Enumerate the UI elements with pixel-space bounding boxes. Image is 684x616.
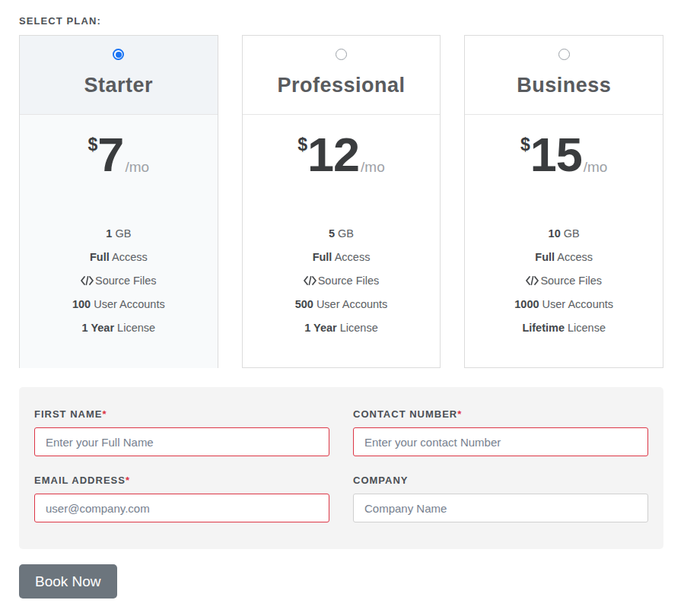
feature-source-files: Source Files <box>20 269 218 293</box>
email-address-input[interactable] <box>34 494 329 522</box>
plan-title: Business <box>465 74 663 97</box>
feature-storage: 10 GB <box>465 222 663 246</box>
price-amount: 15 <box>530 131 582 179</box>
plan-body: $ 15 /mo 10 GB Full Access Source Files … <box>465 115 663 368</box>
plan-body: $ 7 /mo 1 GB Full Access Source Files 10… <box>20 115 218 368</box>
field-email-address: EMAIL ADDRESS* <box>34 475 329 522</box>
feature-source-files: Source Files <box>243 269 441 293</box>
plan-radio-business[interactable] <box>558 49 570 60</box>
code-icon <box>526 275 540 287</box>
plan-header: Business <box>465 36 663 115</box>
feature-users: 1000 User Accounts <box>465 293 663 316</box>
price-period: /mo <box>125 160 149 174</box>
field-first-name: FIRST NAME* <box>34 408 329 456</box>
plan-title: Starter <box>20 74 218 97</box>
plan-price: $ 12 /mo <box>243 131 441 179</box>
required-marker: * <box>102 408 107 420</box>
book-now-button[interactable]: Book Now <box>19 564 117 599</box>
feature-list: 1 GB Full Access Source Files 100 User A… <box>20 222 218 340</box>
feature-users: 100 User Accounts <box>20 293 218 316</box>
plan-price: $ 7 /mo <box>20 131 218 179</box>
required-marker: * <box>457 408 462 420</box>
code-icon <box>81 275 95 287</box>
currency-symbol: $ <box>88 136 98 179</box>
feature-access: Full Access <box>243 246 441 269</box>
page: SELECT PLAN: Starter $ 7 /mo 1 GB Full A… <box>0 0 684 599</box>
feature-storage: 1 GB <box>20 222 218 246</box>
feature-license: Lifetime License <box>465 316 663 340</box>
required-marker: * <box>126 475 130 486</box>
feature-license: 1 Year License <box>243 316 441 340</box>
feature-storage: 5 GB <box>243 222 441 246</box>
booking-form: FIRST NAME* CONTACT NUMBER* EMAIL ADDRES… <box>19 387 663 549</box>
select-plan-heading: SELECT PLAN: <box>19 15 663 27</box>
feature-list: 5 GB Full Access Source Files 500 User A… <box>243 222 441 340</box>
price-amount: 7 <box>97 131 123 179</box>
plan-card-business[interactable]: Business $ 15 /mo 10 GB Full Access Sour… <box>464 35 663 368</box>
currency-symbol: $ <box>520 136 530 179</box>
email-address-label: EMAIL ADDRESS* <box>34 475 329 486</box>
feature-access: Full Access <box>465 246 663 269</box>
feature-access: Full Access <box>20 246 218 269</box>
contact-number-label: CONTACT NUMBER* <box>353 408 648 420</box>
plan-list: Starter $ 7 /mo 1 GB Full Access Source … <box>19 35 663 368</box>
plan-radio-professional[interactable] <box>336 49 347 60</box>
first-name-label: FIRST NAME* <box>34 408 329 420</box>
plan-radio-starter[interactable] <box>113 49 124 60</box>
feature-source-files: Source Files <box>465 269 663 293</box>
feature-users: 500 User Accounts <box>243 293 441 316</box>
plan-card-starter[interactable]: Starter $ 7 /mo 1 GB Full Access Source … <box>19 35 218 368</box>
currency-symbol: $ <box>297 136 307 179</box>
price-amount: 12 <box>307 131 359 179</box>
field-contact-number: CONTACT NUMBER* <box>353 408 648 456</box>
plan-price: $ 15 /mo <box>465 131 663 179</box>
feature-list: 10 GB Full Access Source Files 1000 User… <box>465 222 663 340</box>
plan-card-professional[interactable]: Professional $ 12 /mo 5 GB Full Access S… <box>242 35 441 368</box>
field-company: COMPANY <box>353 475 648 522</box>
first-name-input[interactable] <box>34 427 329 456</box>
company-label: COMPANY <box>353 475 648 486</box>
plan-header: Professional <box>243 36 441 115</box>
price-period: /mo <box>361 160 385 174</box>
code-icon <box>304 275 318 287</box>
plan-body: $ 12 /mo 5 GB Full Access Source Files 5… <box>243 115 441 368</box>
plan-header: Starter <box>20 36 218 115</box>
price-period: /mo <box>584 160 608 174</box>
company-input[interactable] <box>353 494 648 522</box>
plan-title: Professional <box>243 74 441 97</box>
feature-license: 1 Year License <box>20 316 218 340</box>
contact-number-input[interactable] <box>353 427 648 456</box>
